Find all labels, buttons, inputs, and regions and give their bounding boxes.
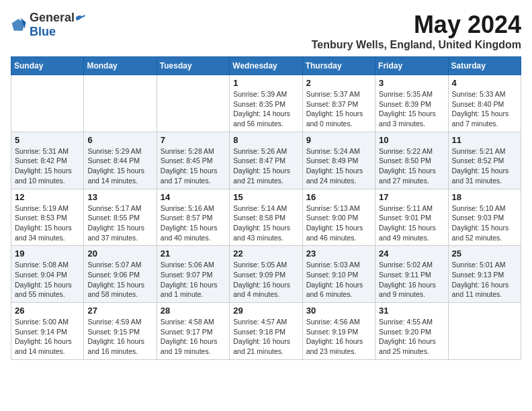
calendar-cell: 11Sunrise: 5:21 AM Sunset: 8:52 PM Dayli… — [448, 132, 521, 189]
weekday-header: Monday — [84, 57, 157, 75]
day-number: 15 — [233, 192, 298, 202]
calendar-cell: 19Sunrise: 5:08 AM Sunset: 9:04 PM Dayli… — [11, 246, 84, 303]
title-block: May 2024 Tenbury Wells, England, United … — [312, 11, 521, 51]
day-info: Sunrise: 5:22 AM Sunset: 8:50 PM Dayligh… — [379, 146, 444, 186]
calendar-cell: 16Sunrise: 5:13 AM Sunset: 9:00 PM Dayli… — [302, 189, 375, 246]
calendar-cell: 14Sunrise: 5:16 AM Sunset: 8:57 PM Dayli… — [157, 189, 229, 246]
calendar-cell: 22Sunrise: 5:05 AM Sunset: 9:09 PM Dayli… — [230, 246, 302, 303]
day-number: 28 — [161, 306, 226, 316]
day-info: Sunrise: 5:07 AM Sunset: 9:06 PM Dayligh… — [87, 260, 152, 300]
day-number: 2 — [306, 78, 371, 88]
day-info: Sunrise: 5:08 AM Sunset: 9:04 PM Dayligh… — [15, 260, 80, 300]
calendar-cell: 21Sunrise: 5:06 AM Sunset: 9:07 PM Dayli… — [157, 246, 229, 303]
day-info: Sunrise: 5:13 AM Sunset: 9:00 PM Dayligh… — [306, 203, 371, 243]
calendar-cell: 20Sunrise: 5:07 AM Sunset: 9:06 PM Dayli… — [84, 246, 157, 303]
weekday-header: Sunday — [11, 57, 84, 75]
day-number: 11 — [452, 135, 517, 145]
day-info: Sunrise: 5:05 AM Sunset: 9:09 PM Dayligh… — [233, 260, 298, 300]
calendar-cell: 8Sunrise: 5:26 AM Sunset: 8:47 PM Daylig… — [230, 132, 302, 189]
day-info: Sunrise: 5:26 AM Sunset: 8:47 PM Dayligh… — [233, 146, 298, 186]
calendar-cell: 25Sunrise: 5:01 AM Sunset: 9:13 PM Dayli… — [448, 246, 521, 303]
day-info: Sunrise: 5:29 AM Sunset: 8:44 PM Dayligh… — [87, 146, 152, 186]
day-number: 22 — [233, 248, 298, 259]
weekday-header: Thursday — [302, 57, 375, 75]
calendar-header-row: SundayMondayTuesdayWednesdayThursdayFrid… — [11, 57, 521, 75]
day-info: Sunrise: 5:39 AM Sunset: 8:35 PM Dayligh… — [233, 89, 298, 129]
day-number: 26 — [15, 306, 80, 316]
calendar-cell: 3Sunrise: 5:35 AM Sunset: 8:39 PM Daylig… — [375, 75, 448, 132]
day-info: Sunrise: 5:06 AM Sunset: 9:07 PM Dayligh… — [161, 260, 226, 300]
page-header: General Blue May 2024 Tenbury Wells, Eng… — [11, 11, 521, 51]
day-number: 23 — [306, 248, 371, 259]
calendar-cell: 31Sunrise: 4:55 AM Sunset: 9:20 PM Dayli… — [375, 303, 448, 360]
day-info: Sunrise: 4:56 AM Sunset: 9:19 PM Dayligh… — [306, 317, 371, 357]
calendar-cell: 17Sunrise: 5:11 AM Sunset: 9:01 PM Dayli… — [375, 189, 448, 246]
month-title: May 2024 — [312, 11, 521, 39]
day-info: Sunrise: 5:10 AM Sunset: 9:03 PM Dayligh… — [452, 203, 517, 243]
calendar-cell: 12Sunrise: 5:19 AM Sunset: 8:53 PM Dayli… — [11, 189, 84, 246]
calendar-cell — [157, 75, 229, 132]
day-number: 18 — [452, 192, 517, 202]
calendar-cell — [11, 75, 84, 132]
day-info: Sunrise: 5:16 AM Sunset: 8:57 PM Dayligh… — [161, 203, 226, 243]
day-number: 17 — [379, 192, 444, 202]
day-info: Sunrise: 5:00 AM Sunset: 9:14 PM Dayligh… — [15, 317, 80, 357]
weekday-header: Tuesday — [157, 57, 229, 75]
location-title: Tenbury Wells, England, United Kingdom — [312, 39, 521, 51]
logo-bird-icon — [75, 12, 85, 23]
day-number: 27 — [87, 306, 152, 316]
calendar-cell: 27Sunrise: 4:59 AM Sunset: 9:15 PM Dayli… — [84, 303, 157, 360]
day-number: 10 — [379, 135, 444, 145]
day-number: 8 — [233, 135, 298, 145]
logo-icon — [11, 17, 27, 33]
day-number: 20 — [87, 248, 152, 259]
calendar-cell: 1Sunrise: 5:39 AM Sunset: 8:35 PM Daylig… — [230, 75, 302, 132]
day-info: Sunrise: 5:28 AM Sunset: 8:45 PM Dayligh… — [161, 146, 226, 186]
logo: General Blue — [11, 11, 85, 39]
calendar-cell: 7Sunrise: 5:28 AM Sunset: 8:45 PM Daylig… — [157, 132, 229, 189]
day-info: Sunrise: 4:59 AM Sunset: 9:15 PM Dayligh… — [87, 317, 152, 357]
day-number: 7 — [161, 135, 226, 145]
day-info: Sunrise: 5:21 AM Sunset: 8:52 PM Dayligh… — [452, 146, 517, 186]
day-number: 4 — [452, 78, 517, 88]
calendar-cell: 30Sunrise: 4:56 AM Sunset: 9:19 PM Dayli… — [302, 303, 375, 360]
calendar-cell — [84, 75, 157, 132]
calendar-cell — [448, 303, 521, 360]
day-number: 30 — [306, 306, 371, 316]
calendar-cell: 28Sunrise: 4:58 AM Sunset: 9:17 PM Dayli… — [157, 303, 229, 360]
day-number: 1 — [233, 78, 298, 88]
day-info: Sunrise: 5:03 AM Sunset: 9:10 PM Dayligh… — [306, 260, 371, 300]
day-number: 13 — [87, 192, 152, 202]
calendar-cell: 5Sunrise: 5:31 AM Sunset: 8:42 PM Daylig… — [11, 132, 84, 189]
calendar-cell: 6Sunrise: 5:29 AM Sunset: 8:44 PM Daylig… — [84, 132, 157, 189]
day-number: 14 — [161, 192, 226, 202]
day-number: 9 — [306, 135, 371, 145]
day-info: Sunrise: 5:37 AM Sunset: 8:37 PM Dayligh… — [306, 89, 371, 129]
calendar-cell: 29Sunrise: 4:57 AM Sunset: 9:18 PM Dayli… — [230, 303, 302, 360]
day-number: 16 — [306, 192, 371, 202]
day-info: Sunrise: 5:35 AM Sunset: 8:39 PM Dayligh… — [379, 89, 444, 129]
calendar-week-row: 1Sunrise: 5:39 AM Sunset: 8:35 PM Daylig… — [11, 75, 521, 132]
logo-blue: Blue — [30, 25, 56, 38]
calendar-cell: 13Sunrise: 5:17 AM Sunset: 8:55 PM Dayli… — [84, 189, 157, 246]
day-number: 29 — [233, 306, 298, 316]
day-info: Sunrise: 5:11 AM Sunset: 9:01 PM Dayligh… — [379, 203, 444, 243]
day-info: Sunrise: 5:31 AM Sunset: 8:42 PM Dayligh… — [15, 146, 80, 186]
calendar-cell: 23Sunrise: 5:03 AM Sunset: 9:10 PM Dayli… — [302, 246, 375, 303]
day-info: Sunrise: 5:33 AM Sunset: 8:40 PM Dayligh… — [452, 89, 517, 129]
calendar-cell: 10Sunrise: 5:22 AM Sunset: 8:50 PM Dayli… — [375, 132, 448, 189]
day-number: 3 — [379, 78, 444, 88]
weekday-header: Friday — [375, 57, 448, 75]
calendar-week-row: 12Sunrise: 5:19 AM Sunset: 8:53 PM Dayli… — [11, 189, 521, 246]
calendar-cell: 24Sunrise: 5:02 AM Sunset: 9:11 PM Dayli… — [375, 246, 448, 303]
weekday-header: Wednesday — [230, 57, 302, 75]
day-number: 24 — [379, 248, 444, 259]
day-number: 6 — [87, 135, 152, 145]
calendar-cell: 9Sunrise: 5:24 AM Sunset: 8:49 PM Daylig… — [302, 132, 375, 189]
calendar-cell: 4Sunrise: 5:33 AM Sunset: 8:40 PM Daylig… — [448, 75, 521, 132]
day-info: Sunrise: 5:01 AM Sunset: 9:13 PM Dayligh… — [452, 260, 517, 300]
day-info: Sunrise: 5:14 AM Sunset: 8:58 PM Dayligh… — [233, 203, 298, 243]
calendar-cell: 2Sunrise: 5:37 AM Sunset: 8:37 PM Daylig… — [302, 75, 375, 132]
day-info: Sunrise: 5:19 AM Sunset: 8:53 PM Dayligh… — [15, 203, 80, 243]
day-info: Sunrise: 5:17 AM Sunset: 8:55 PM Dayligh… — [87, 203, 152, 243]
